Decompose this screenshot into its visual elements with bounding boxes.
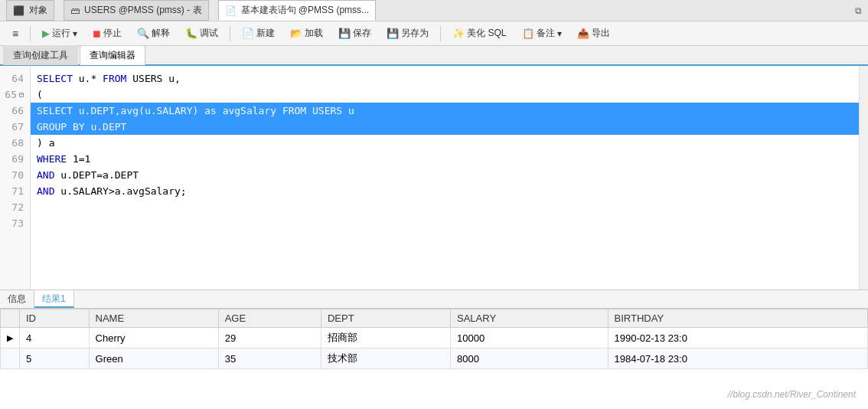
run-dropdown-icon: ▾: [73, 28, 77, 39]
tab-query-builder[interactable]: 查询创建工具: [3, 45, 78, 65]
export-button[interactable]: 📤 导出: [571, 24, 616, 43]
run-button[interactable]: ▶ 运行 ▾: [36, 24, 83, 43]
line-72: 72: [0, 199, 30, 215]
users-table-label: USERS @PMSS (pmss) - 表: [84, 4, 202, 17]
saveas-label: 另存为: [401, 27, 429, 40]
line-71: 71: [0, 183, 30, 199]
debug-label: 调试: [200, 27, 218, 40]
line-numbers: 64 65⊟ 66 67 68 69 70 71 72 73: [0, 66, 31, 290]
stop-button[interactable]: ◼ 停止: [86, 24, 128, 43]
col-dept-header: DEPT: [321, 309, 450, 328]
table-row[interactable]: ▶ 4 Cherry 29 招商部 10000 1990-02-13 23:0: [1, 328, 868, 348]
debug-button[interactable]: 🐛 调试: [179, 24, 224, 43]
result-table-container[interactable]: ID NAME AGE DEPT SALARY BIRTHDAY ▶ 4 Che…: [0, 309, 868, 409]
sql-doc-icon: 📄: [225, 5, 237, 16]
col-age-header: AGE: [218, 309, 321, 328]
code-line-65: (: [31, 87, 859, 103]
result-table: ID NAME AGE DEPT SALARY BIRTHDAY ▶ 4 Che…: [0, 309, 868, 369]
tab-query-editor[interactable]: 查询编辑器: [80, 45, 145, 65]
backup-dropdown-icon: ▾: [557, 28, 562, 39]
row-1-dept: 招商部: [321, 328, 450, 348]
row-2-name: Green: [89, 348, 218, 369]
save-label: 保存: [353, 27, 371, 40]
row-2-id: 5: [20, 348, 90, 369]
title-tab-users-table[interactable]: 🗃 USERS @PMSS (pmss) - 表: [64, 0, 209, 21]
new-button[interactable]: 📄 新建: [236, 24, 281, 43]
export-icon: 📤: [577, 28, 589, 39]
tab-info[interactable]: 信息: [0, 290, 34, 308]
code-line-72: [31, 199, 859, 215]
explain-button[interactable]: 🔍 解释: [131, 24, 176, 43]
row-1-birthday: 1990-02-13 23:0: [608, 328, 867, 348]
row-1-name: Cherry: [89, 328, 218, 348]
explain-icon: 🔍: [137, 28, 149, 39]
col-salary-header: SALARY: [450, 309, 608, 328]
results-tabs: 信息 结果1: [0, 290, 868, 309]
load-button[interactable]: 📂 加载: [284, 24, 329, 43]
toolbar: ≡ ▶ 运行 ▾ ◼ 停止 🔍 解释 🐛 调试 📄 新建 📂 加载 💾 保存 💾…: [0, 21, 868, 46]
table-header-row: ID NAME AGE DEPT SALARY BIRTHDAY: [1, 309, 868, 328]
new-label: 新建: [256, 27, 275, 40]
code-line-71: AND u.SALARY>a.avgSalary;: [31, 183, 859, 199]
right-edge-scrollbar: [859, 66, 868, 290]
hamburger-button[interactable]: ≡: [6, 25, 24, 42]
title-tab-obj[interactable]: ⬛ 对象: [6, 0, 54, 21]
row-2-dept: 技术部: [321, 348, 450, 369]
code-line-64: SELECT u.* FROM USERS u,: [31, 70, 859, 87]
code-line-73: [31, 215, 859, 231]
row-1-salary: 10000: [450, 328, 608, 348]
row-2-birthday: 1984-07-18 23:0: [608, 348, 867, 369]
line-73: 73: [0, 215, 30, 231]
line-68: 68: [0, 135, 30, 151]
new-icon: 📄: [242, 28, 254, 39]
code-line-69: WHERE 1=1: [31, 151, 859, 167]
code-line-68: ) a: [31, 135, 859, 151]
col-id-header: ID: [20, 309, 90, 328]
code-line-66: SELECT u.DEPT,avg(u.SALARY) as avgSalary…: [31, 103, 859, 119]
saveas-icon: 💾: [387, 28, 399, 39]
backup-button[interactable]: 📋 备注 ▾: [516, 24, 568, 43]
stop-icon: ◼: [93, 28, 101, 39]
title-bar: ⬛ 对象 🗃 USERS @PMSS (pmss) - 表 📄 基本建表语句 @…: [0, 0, 868, 21]
tab-result1[interactable]: 结果1: [34, 290, 74, 308]
col-name-header: NAME: [89, 309, 218, 328]
run-label: 运行: [52, 27, 70, 40]
explain-label: 解释: [152, 27, 170, 40]
line-70: 70: [0, 167, 30, 183]
toolbar-divider-3: [440, 26, 441, 41]
table-row[interactable]: 5 Green 35 技术部 8000 1984-07-18 23:0: [1, 348, 868, 369]
toolbar-divider-2: [230, 26, 230, 41]
obj-label: 对象: [29, 4, 47, 17]
row-1-id: 4: [20, 328, 90, 348]
line-66: 66: [0, 103, 30, 119]
line-65: 65⊟: [0, 87, 30, 103]
backup-label: 备注: [537, 27, 555, 40]
line-69: 69: [0, 151, 30, 167]
line-67: 67: [0, 119, 30, 135]
title-bar-right-icon: ⧉: [855, 5, 862, 16]
load-label: 加载: [305, 27, 323, 40]
row-2-indicator: [1, 348, 20, 369]
code-lines[interactable]: SELECT u.* FROM USERS u, ( SELECT u.DEPT…: [31, 66, 859, 290]
beautify-label: 美化 SQL: [467, 27, 506, 40]
row-2-age: 35: [218, 348, 321, 369]
title-tab-sql-editor[interactable]: 📄 基本建表语句 @PMSS (pmss...: [218, 0, 377, 21]
line-64: 64: [0, 70, 30, 87]
table-icon: 🗃: [70, 5, 80, 16]
code-editor[interactable]: 64 65⊟ 66 67 68 69 70 71 72 73 SELECT u.…: [0, 66, 868, 290]
row-2-salary: 8000: [450, 348, 608, 369]
main-content: 64 65⊟ 66 67 68 69 70 71 72 73 SELECT u.…: [0, 66, 868, 409]
saveas-button[interactable]: 💾 另存为: [380, 24, 435, 43]
export-label: 导出: [592, 27, 610, 40]
row-1-indicator: ▶: [1, 328, 20, 348]
beautify-button[interactable]: ✨ 美化 SQL: [446, 24, 512, 43]
col-birthday-header: BIRTHDAY: [608, 309, 867, 328]
code-line-70: AND u.DEPT=a.DEPT: [31, 167, 859, 183]
save-button[interactable]: 💾 保存: [332, 24, 377, 43]
code-line-67: GROUP BY u.DEPT: [31, 119, 859, 135]
toolbar-divider-1: [30, 26, 31, 41]
editor-tab-bar: 查询创建工具 查询编辑器: [0, 46, 868, 66]
sql-editor-label: 基本建表语句 @PMSS (pmss...: [241, 4, 370, 17]
col-indicator-header: [1, 309, 20, 328]
run-icon: ▶: [42, 28, 50, 39]
